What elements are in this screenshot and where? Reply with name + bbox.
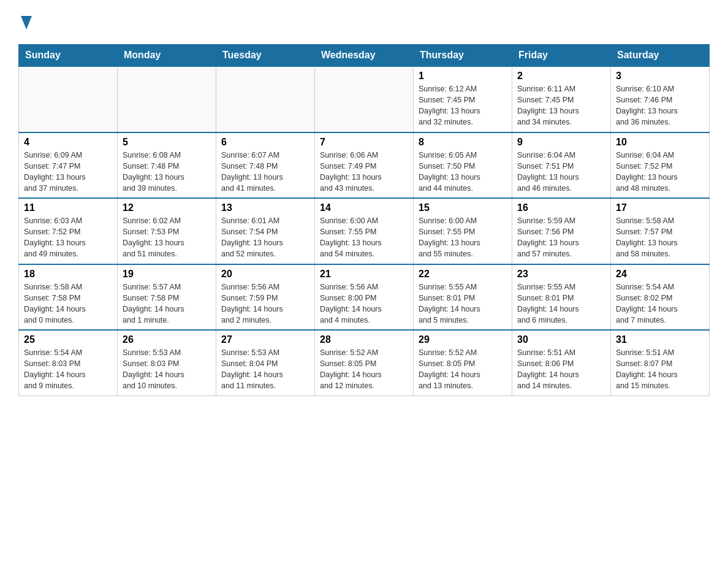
calendar-cell: 3Sunrise: 6:10 AM Sunset: 7:46 PM Daylig… (611, 66, 710, 132)
calendar-header-sunday: Sunday (19, 45, 118, 67)
calendar-cell: 20Sunrise: 5:56 AM Sunset: 7:59 PM Dayli… (216, 264, 315, 331)
calendar-cell: 18Sunrise: 5:58 AM Sunset: 7:58 PM Dayli… (19, 264, 118, 331)
week-row-4: 18Sunrise: 5:58 AM Sunset: 7:58 PM Dayli… (19, 264, 710, 331)
week-row-3: 11Sunrise: 6:03 AM Sunset: 7:52 PM Dayli… (19, 198, 710, 264)
day-info: Sunrise: 5:55 AM Sunset: 8:01 PM Dayligh… (419, 282, 507, 326)
day-number: 9 (517, 137, 605, 148)
day-info: Sunrise: 5:51 AM Sunset: 8:06 PM Dayligh… (517, 347, 605, 392)
day-number: 19 (123, 269, 211, 280)
day-info: Sunrise: 6:10 AM Sunset: 7:46 PM Dayligh… (616, 83, 704, 128)
calendar-cell: 2Sunrise: 6:11 AM Sunset: 7:45 PM Daylig… (512, 66, 611, 132)
day-info: Sunrise: 5:58 AM Sunset: 7:58 PM Dayligh… (24, 282, 112, 326)
day-info: Sunrise: 6:04 AM Sunset: 7:51 PM Dayligh… (517, 150, 605, 194)
day-info: Sunrise: 5:53 AM Sunset: 8:04 PM Dayligh… (221, 347, 309, 392)
day-number: 20 (221, 269, 309, 280)
calendar-cell: 7Sunrise: 6:06 AM Sunset: 7:49 PM Daylig… (315, 132, 414, 199)
day-number: 18 (24, 269, 112, 280)
day-info: Sunrise: 6:04 AM Sunset: 7:52 PM Dayligh… (616, 150, 704, 194)
day-info: Sunrise: 6:02 AM Sunset: 7:53 PM Dayligh… (123, 215, 211, 260)
calendar-cell: 21Sunrise: 5:56 AM Sunset: 8:00 PM Dayli… (315, 264, 414, 331)
calendar-header-thursday: Thursday (414, 45, 512, 67)
day-info: Sunrise: 6:05 AM Sunset: 7:50 PM Dayligh… (419, 150, 507, 194)
day-number: 26 (123, 334, 211, 345)
calendar-cell: 31Sunrise: 5:51 AM Sunset: 8:07 PM Dayli… (611, 330, 710, 396)
day-number: 31 (616, 334, 704, 345)
day-number: 2 (517, 71, 605, 82)
day-number: 11 (24, 202, 112, 213)
calendar-cell: 4Sunrise: 6:09 AM Sunset: 7:47 PM Daylig… (19, 132, 118, 199)
day-info: Sunrise: 5:59 AM Sunset: 7:56 PM Dayligh… (517, 215, 605, 260)
svg-marker-0 (21, 16, 32, 29)
day-info: Sunrise: 6:00 AM Sunset: 7:55 PM Dayligh… (320, 215, 408, 260)
day-number: 27 (221, 334, 309, 345)
week-row-5: 25Sunrise: 5:54 AM Sunset: 8:03 PM Dayli… (19, 330, 710, 396)
day-number: 8 (419, 137, 507, 148)
calendar-cell: 9Sunrise: 6:04 AM Sunset: 7:51 PM Daylig… (512, 132, 611, 199)
day-number: 25 (24, 334, 112, 345)
calendar-cell: 16Sunrise: 5:59 AM Sunset: 7:56 PM Dayli… (512, 198, 611, 264)
day-info: Sunrise: 5:56 AM Sunset: 7:59 PM Dayligh… (221, 282, 309, 326)
calendar-cell: 27Sunrise: 5:53 AM Sunset: 8:04 PM Dayli… (216, 330, 315, 396)
day-number: 15 (419, 202, 507, 213)
day-number: 14 (320, 202, 408, 213)
day-info: Sunrise: 5:55 AM Sunset: 8:01 PM Dayligh… (517, 282, 605, 326)
day-number: 3 (616, 71, 704, 82)
day-info: Sunrise: 5:54 AM Sunset: 8:03 PM Dayligh… (24, 347, 112, 392)
day-info: Sunrise: 6:06 AM Sunset: 7:49 PM Dayligh… (320, 150, 408, 194)
day-number: 1 (419, 71, 507, 82)
calendar-cell: 1Sunrise: 6:12 AM Sunset: 7:45 PM Daylig… (414, 66, 512, 132)
day-number: 22 (419, 269, 507, 280)
day-info: Sunrise: 5:51 AM Sunset: 8:07 PM Dayligh… (616, 347, 704, 392)
calendar-cell: 30Sunrise: 5:51 AM Sunset: 8:06 PM Dayli… (512, 330, 611, 396)
day-number: 28 (320, 334, 408, 345)
day-info: Sunrise: 5:52 AM Sunset: 8:05 PM Dayligh… (419, 347, 507, 392)
day-number: 12 (123, 202, 211, 213)
calendar-header-monday: Monday (118, 45, 216, 67)
day-info: Sunrise: 6:12 AM Sunset: 7:45 PM Dayligh… (419, 83, 507, 128)
calendar-cell: 8Sunrise: 6:05 AM Sunset: 7:50 PM Daylig… (414, 132, 512, 199)
calendar-cell: 5Sunrise: 6:08 AM Sunset: 7:48 PM Daylig… (118, 132, 216, 199)
week-row-1: 1Sunrise: 6:12 AM Sunset: 7:45 PM Daylig… (19, 66, 710, 132)
day-info: Sunrise: 6:09 AM Sunset: 7:47 PM Dayligh… (24, 150, 112, 194)
day-number: 23 (517, 269, 605, 280)
calendar-cell: 14Sunrise: 6:00 AM Sunset: 7:55 PM Dayli… (315, 198, 414, 264)
calendar-cell (19, 66, 118, 132)
day-info: Sunrise: 6:00 AM Sunset: 7:55 PM Dayligh… (419, 215, 507, 260)
day-number: 13 (221, 202, 309, 213)
day-info: Sunrise: 6:08 AM Sunset: 7:48 PM Dayligh… (123, 150, 211, 194)
day-info: Sunrise: 6:03 AM Sunset: 7:52 PM Dayligh… (24, 215, 112, 260)
day-info: Sunrise: 6:01 AM Sunset: 7:54 PM Dayligh… (221, 215, 309, 260)
calendar-header-wednesday: Wednesday (315, 45, 414, 67)
logo (18, 12, 32, 32)
day-info: Sunrise: 5:52 AM Sunset: 8:05 PM Dayligh… (320, 347, 408, 392)
calendar-table: SundayMondayTuesdayWednesdayThursdayFrid… (18, 44, 710, 396)
day-number: 7 (320, 137, 408, 148)
calendar-cell: 19Sunrise: 5:57 AM Sunset: 7:58 PM Dayli… (118, 264, 216, 331)
day-info: Sunrise: 5:54 AM Sunset: 8:02 PM Dayligh… (616, 282, 704, 326)
calendar-cell (118, 66, 216, 132)
calendar-cell: 23Sunrise: 5:55 AM Sunset: 8:01 PM Dayli… (512, 264, 611, 331)
day-number: 17 (616, 202, 704, 213)
calendar-cell: 25Sunrise: 5:54 AM Sunset: 8:03 PM Dayli… (19, 330, 118, 396)
calendar-cell: 24Sunrise: 5:54 AM Sunset: 8:02 PM Dayli… (611, 264, 710, 331)
calendar-header-tuesday: Tuesday (216, 45, 315, 67)
calendar-header-friday: Friday (512, 45, 611, 67)
calendar-header-row: SundayMondayTuesdayWednesdayThursdayFrid… (19, 45, 710, 67)
day-number: 30 (517, 334, 605, 345)
calendar-header-saturday: Saturday (611, 45, 710, 67)
day-number: 4 (24, 137, 112, 148)
day-info: Sunrise: 6:07 AM Sunset: 7:48 PM Dayligh… (221, 150, 309, 194)
day-number: 24 (616, 269, 704, 280)
page-header (18, 12, 710, 32)
calendar-cell: 22Sunrise: 5:55 AM Sunset: 8:01 PM Dayli… (414, 264, 512, 331)
day-number: 29 (419, 334, 507, 345)
day-number: 6 (221, 137, 309, 148)
calendar-cell: 13Sunrise: 6:01 AM Sunset: 7:54 PM Dayli… (216, 198, 315, 264)
day-info: Sunrise: 5:57 AM Sunset: 7:58 PM Dayligh… (123, 282, 211, 326)
logo-line1 (18, 12, 32, 32)
calendar-cell: 12Sunrise: 6:02 AM Sunset: 7:53 PM Dayli… (118, 198, 216, 264)
day-number: 21 (320, 269, 408, 280)
calendar-cell: 15Sunrise: 6:00 AM Sunset: 7:55 PM Dayli… (414, 198, 512, 264)
day-number: 16 (517, 202, 605, 213)
day-number: 5 (123, 137, 211, 148)
